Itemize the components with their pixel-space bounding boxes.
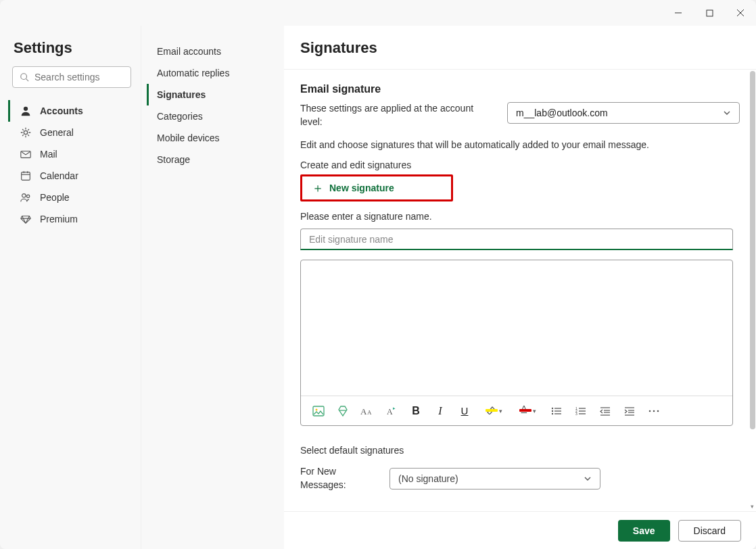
insert-image-button[interactable]	[312, 404, 325, 418]
minimize-button[interactable]	[663, 2, 694, 24]
svg-point-21	[552, 407, 553, 408]
account-select[interactable]: m__lab@outlook.com	[507, 102, 740, 124]
underline-icon: U	[461, 405, 469, 416]
gear-icon	[20, 126, 32, 139]
format-painter-button[interactable]	[336, 404, 350, 418]
svg-rect-1	[707, 10, 713, 16]
font-size-button[interactable]: A▸	[385, 404, 398, 418]
number-list-icon: 123	[575, 406, 586, 416]
svg-point-41	[649, 410, 651, 412]
save-button[interactable]: Save	[618, 520, 670, 542]
paint-icon	[337, 405, 348, 417]
scroll-down-icon[interactable]: ▾	[748, 502, 756, 511]
chevron-down-icon: ▾	[499, 408, 502, 414]
scrollbar[interactable]: ▴ ▾	[748, 70, 756, 511]
search-settings-input[interactable]	[12, 66, 131, 88]
indent-icon	[624, 406, 635, 416]
maximize-button[interactable]	[694, 2, 725, 24]
subnav-mobile-devices[interactable]: Mobile devices	[147, 127, 279, 149]
italic-button[interactable]: I	[433, 404, 447, 418]
nav-premium-label: Premium	[40, 214, 78, 224]
nav-general[interactable]: General	[8, 122, 135, 143]
email-signature-heading: Email signature	[300, 83, 740, 95]
search-icon	[20, 72, 29, 82]
svg-text:▸: ▸	[393, 406, 396, 410]
highlight-annotation: ＋ New signature	[300, 174, 453, 201]
signature-name-hint: Please enter a signature name.	[300, 211, 740, 222]
settings-title: Settings	[8, 39, 135, 66]
signature-editor-body[interactable]	[301, 260, 732, 396]
nav-premium[interactable]: Premium	[8, 208, 135, 230]
search-settings-field[interactable]	[34, 72, 124, 82]
accounts-subnav: Email accounts Automatic replies Signatu…	[141, 26, 284, 549]
close-button[interactable]	[725, 2, 756, 24]
calendar-icon	[20, 170, 32, 182]
outdent-icon	[600, 406, 611, 416]
svg-point-14	[26, 195, 29, 197]
underline-button[interactable]: U	[458, 404, 471, 418]
ellipsis-icon	[648, 409, 659, 413]
indent-button[interactable]	[623, 404, 636, 418]
svg-point-7	[24, 130, 27, 134]
subnav-email-accounts[interactable]: Email accounts	[147, 41, 279, 62]
people-icon	[20, 191, 32, 204]
subnav-categories[interactable]: Categories	[147, 105, 279, 127]
fontsize-icon: A▸	[385, 406, 398, 416]
subnav-automatic-replies[interactable]: Automatic replies	[147, 62, 279, 84]
highlight-button[interactable]: ▾	[482, 404, 505, 418]
person-icon	[20, 105, 32, 117]
svg-text:A: A	[367, 409, 372, 416]
svg-rect-9	[22, 172, 30, 181]
scrollbar-thumb[interactable]	[750, 71, 755, 429]
account-scope-label: These settings are applied at the accoun…	[300, 102, 483, 128]
svg-point-6	[24, 107, 28, 111]
nav-accounts-label: Accounts	[40, 105, 83, 116]
signature-name-input[interactable]	[300, 229, 733, 250]
signature-info-text: Edit and choose signatures that will be …	[300, 139, 740, 150]
settings-nav: Settings Accounts General Mail Calendar …	[0, 26, 141, 549]
footer-actions: Save Discard	[284, 511, 756, 549]
svg-point-13	[22, 194, 26, 197]
nav-calendar[interactable]: Calendar	[8, 165, 135, 187]
discard-button[interactable]: Discard	[678, 520, 741, 542]
default-signatures-heading: Select default signatures	[300, 445, 740, 456]
diamond-icon	[20, 213, 32, 225]
bullet-list-button[interactable]	[550, 404, 563, 418]
new-signature-label: New signature	[329, 183, 394, 193]
svg-point-4	[21, 74, 27, 80]
outdent-button[interactable]	[598, 404, 612, 418]
bullet-list-icon	[551, 406, 562, 416]
nav-general-label: General	[40, 127, 74, 138]
content-scroll[interactable]: Email signature These settings are appli…	[284, 70, 756, 511]
nav-mail[interactable]: Mail	[8, 143, 135, 165]
minimize-icon	[674, 9, 682, 17]
page-title: Signatures	[284, 26, 756, 70]
bold-icon: B	[412, 405, 420, 417]
svg-text:3: 3	[575, 412, 577, 416]
editor-toolbar: AA A▸ B I U ▾	[301, 396, 732, 425]
nav-people-label: People	[40, 192, 70, 203]
subnav-storage[interactable]: Storage	[147, 149, 279, 170]
chevron-down-icon	[723, 109, 731, 117]
close-icon	[736, 9, 745, 17]
svg-line-5	[26, 79, 29, 82]
mail-icon	[20, 148, 32, 160]
font-button[interactable]: AA	[360, 404, 374, 418]
new-signature-button[interactable]: ＋ New signature	[302, 176, 404, 199]
nav-calendar-label: Calendar	[40, 170, 78, 181]
number-list-button[interactable]: 123	[574, 404, 588, 418]
for-new-messages-select[interactable]: (No signature)	[389, 468, 600, 490]
font-icon: AA	[360, 406, 374, 416]
svg-point-42	[653, 410, 655, 412]
more-options-button[interactable]	[647, 404, 661, 418]
window-titlebar	[0, 0, 756, 26]
svg-text:A: A	[387, 407, 393, 416]
font-color-button[interactable]: A ▾	[516, 404, 539, 418]
bold-button[interactable]: B	[409, 404, 423, 418]
nav-accounts[interactable]: Accounts	[8, 100, 135, 122]
maximize-icon	[706, 9, 713, 17]
signature-editor: AA A▸ B I U ▾	[300, 260, 733, 426]
subnav-signatures[interactable]: Signatures	[147, 84, 279, 105]
svg-point-22	[552, 410, 553, 411]
nav-people[interactable]: People	[8, 187, 135, 208]
